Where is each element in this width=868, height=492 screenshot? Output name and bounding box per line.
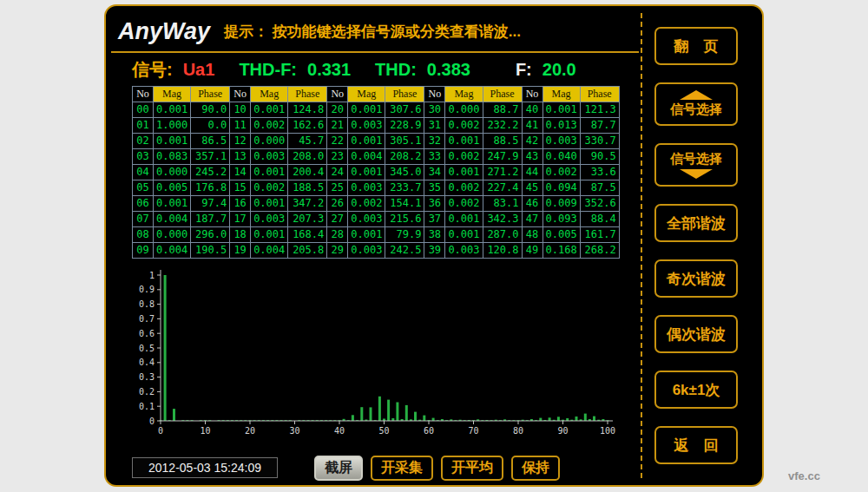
cell-no: 08 [133, 227, 154, 243]
cell-mag: 0.000 [251, 134, 288, 149]
topbar: AnyWay 提示： 按功能键选择信号源或分类查看谐波... [118, 13, 521, 49]
col-header-no: No [327, 87, 348, 102]
cell-no: 33 [424, 149, 445, 165]
cell-no: 40 [522, 102, 542, 118]
cell-mag: 0.002 [445, 149, 483, 165]
harmonics-table: NoMagPhaseNoMagPhaseNoMagPhaseNoMagPhase… [132, 86, 620, 259]
cell-phase: 162.6 [288, 118, 327, 134]
cell-phase: 121.3 [580, 102, 619, 118]
cell-no: 17 [230, 212, 251, 227]
cell-no: 02 [133, 134, 154, 149]
cell-no: 26 [327, 196, 348, 212]
cell-no: 15 [230, 180, 251, 196]
odd-harmonics-button[interactable]: 奇次谐波 [654, 259, 738, 298]
cell-mag: 0.003 [348, 243, 385, 259]
cell-mag: 0.003 [542, 134, 580, 149]
start-acquisition-button[interactable]: 开采集 [371, 456, 433, 481]
cell-phase: 305.1 [385, 134, 424, 149]
up-arrow-icon [680, 90, 713, 100]
cell-phase: 90.0 [191, 102, 230, 118]
page: AnyWay 提示： 按功能键选择信号源或分类查看谐波... 信号: Ua1 T… [0, 0, 868, 492]
cell-no: 32 [424, 134, 445, 149]
down-arrow-icon [680, 169, 713, 179]
cell-mag: 0.001 [445, 227, 483, 243]
cell-no: 31 [424, 118, 445, 134]
cell-no: 18 [230, 227, 251, 243]
cell-no: 10 [230, 102, 251, 118]
cell-mag: 0.001 [251, 165, 288, 180]
cell-mag: 0.002 [251, 118, 288, 134]
cell-phase: 120.8 [483, 243, 522, 259]
col-header-mag: Mag [445, 87, 483, 102]
cell-phase: 0.0 [191, 118, 230, 134]
cell-no: 30 [424, 102, 445, 118]
6k-plus-minus-1-button[interactable]: 6k±1次 [654, 371, 738, 409]
svg-text:0.6: 0.6 [139, 329, 155, 338]
cell-phase: 187.7 [191, 212, 230, 227]
cell-phase: 45.7 [288, 134, 327, 149]
cell-mag: 0.001 [251, 196, 288, 212]
cell-mag: 0.168 [542, 243, 580, 259]
cell-mag: 0.003 [445, 243, 483, 259]
cell-mag: 0.001 [542, 102, 580, 118]
cell-phase: 245.2 [191, 165, 230, 180]
cell-mag: 0.083 [154, 149, 191, 165]
cell-mag: 0.004 [251, 243, 288, 259]
cell-phase: 357.1 [191, 149, 230, 165]
statusbar: 2012-05-03 15:24:09 截屏 开采集 开平均 保持 [132, 454, 623, 482]
col-header-phase: Phase [385, 87, 424, 102]
svg-text:0.5: 0.5 [139, 344, 155, 353]
cell-phase: 296.0 [191, 227, 230, 243]
svg-text:0: 0 [158, 426, 163, 436]
cell-no: 35 [424, 180, 445, 196]
cell-no: 13 [230, 149, 251, 165]
svg-text:0.4: 0.4 [139, 358, 155, 367]
hold-button[interactable]: 保持 [511, 456, 560, 481]
cell-mag: 0.001 [445, 212, 483, 227]
cell-mag: 0.001 [348, 227, 385, 243]
cell-no: 20 [327, 102, 348, 118]
cell-no: 01 [133, 118, 154, 134]
all-harmonics-button[interactable]: 全部谐波 [654, 204, 738, 242]
cell-no: 07 [133, 212, 154, 227]
cell-phase: 268.2 [580, 243, 619, 259]
cell-mag: 0.001 [348, 134, 385, 149]
cell-phase: 200.4 [288, 165, 327, 180]
cell-mag: 0.001 [251, 227, 288, 243]
cell-phase: 154.1 [385, 196, 424, 212]
cell-mag: 0.000 [445, 102, 483, 118]
cell-phase: 205.8 [288, 243, 327, 259]
table-row: 020.00186.5120.00045.7220.001305.1320.00… [133, 134, 620, 149]
cell-mag: 0.003 [348, 212, 385, 227]
cell-no: 16 [230, 196, 251, 212]
screenshot-button[interactable]: 截屏 [314, 456, 363, 481]
cell-phase: 161.7 [580, 227, 619, 243]
cell-no: 39 [424, 243, 445, 259]
cell-no: 29 [327, 243, 348, 259]
cell-mag: 0.002 [542, 165, 580, 180]
cell-mag: 0.013 [542, 118, 580, 134]
table-row: 030.083357.1130.003208.0230.004208.2330.… [133, 149, 620, 165]
cell-no: 21 [327, 118, 348, 134]
cell-no: 27 [327, 212, 348, 227]
cell-phase: 176.8 [191, 180, 230, 196]
signal-select-up-button[interactable]: 信号选择 [654, 82, 738, 126]
timestamp: 2012-05-03 15:24:09 [132, 457, 278, 478]
cell-phase: 342.3 [483, 212, 522, 227]
cell-no: 03 [133, 149, 154, 165]
return-button[interactable]: 返 回 [654, 426, 738, 464]
cell-mag: 0.001 [251, 102, 288, 118]
even-harmonics-button[interactable]: 偶次谐波 [654, 315, 738, 353]
signal-select-down-button[interactable]: 信号选择 [654, 143, 738, 187]
start-averaging-button[interactable]: 开平均 [441, 456, 503, 481]
svg-text:10: 10 [200, 426, 210, 436]
cell-phase: 227.4 [483, 180, 522, 196]
cell-mag: 0.002 [251, 180, 288, 196]
cell-no: 05 [133, 180, 154, 196]
svg-text:80: 80 [513, 426, 523, 436]
svg-text:30: 30 [289, 426, 299, 436]
page-flip-button[interactable]: 翻 页 [654, 27, 738, 65]
table-row: 000.00190.0100.001124.8200.001307.6300.0… [133, 102, 620, 118]
cell-mag: 0.001 [348, 102, 385, 118]
col-header-mag: Mag [251, 87, 288, 102]
